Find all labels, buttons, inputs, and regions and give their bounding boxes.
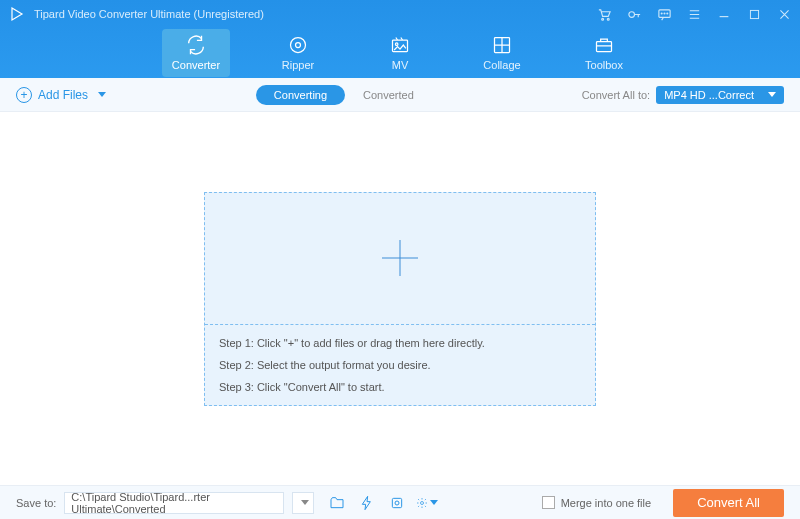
converter-icon <box>185 35 207 55</box>
svg-point-5 <box>664 13 665 14</box>
path-dropdown-button[interactable] <box>292 492 314 514</box>
tab-label: MV <box>392 59 409 71</box>
ripper-icon <box>288 35 308 55</box>
merge-label: Merge into one file <box>561 497 652 509</box>
mv-icon <box>390 35 410 55</box>
svg-point-16 <box>421 501 424 504</box>
menu-icon[interactable] <box>686 6 702 22</box>
dropzone-instructions: Step 1: Click "+" to add files or drag t… <box>205 325 595 405</box>
toolbar: + Add Files Converting Converted Convert… <box>0 78 800 112</box>
chevron-down-icon <box>430 500 438 505</box>
step-text: Step 3: Click "Convert All" to start. <box>219 381 581 393</box>
convert-all-to-label: Convert All to: <box>582 89 650 101</box>
tab-label: Collage <box>483 59 520 71</box>
save-path-input[interactable]: C:\Tipard Studio\Tipard...rter Ultimate\… <box>64 492 284 514</box>
tab-label: Converter <box>172 59 220 71</box>
hardware-accel-icon[interactable] <box>356 492 378 514</box>
svg-rect-14 <box>393 498 402 507</box>
svg-rect-7 <box>750 10 758 18</box>
svg-point-15 <box>395 501 399 505</box>
svg-rect-13 <box>597 42 612 52</box>
chevron-down-icon <box>768 92 776 97</box>
minimize-icon[interactable] <box>716 6 732 22</box>
step-text: Step 2: Select the output format you des… <box>219 359 581 371</box>
svg-point-2 <box>628 11 634 17</box>
tab-label: Ripper <box>282 59 314 71</box>
tab-collage[interactable]: Collage <box>468 29 536 77</box>
tab-toolbox[interactable]: Toolbox <box>570 29 638 77</box>
svg-point-1 <box>607 18 609 20</box>
svg-point-11 <box>395 43 398 46</box>
svg-point-0 <box>601 18 603 20</box>
pill-converted[interactable]: Converted <box>345 85 432 105</box>
plus-circle-icon: + <box>16 87 32 103</box>
collage-icon <box>492 35 512 55</box>
toolbox-icon <box>594 35 614 55</box>
status-tabs: Converting Converted <box>256 85 432 105</box>
dropzone-add-area[interactable] <box>205 193 595 325</box>
main-tabs: Converter Ripper MV Collage Toolbox <box>0 28 800 78</box>
tab-converter[interactable]: Converter <box>162 29 230 77</box>
main-area: Step 1: Click "+" to add files or drag t… <box>0 112 800 485</box>
settings-icon[interactable] <box>416 492 438 514</box>
key-icon[interactable] <box>626 6 642 22</box>
save-path-value: C:\Tipard Studio\Tipard...rter Ultimate\… <box>71 491 277 515</box>
gpu-icon[interactable] <box>386 492 408 514</box>
add-files-label: Add Files <box>38 88 88 102</box>
feedback-icon[interactable] <box>656 6 672 22</box>
svg-point-4 <box>661 13 662 14</box>
step-text: Step 1: Click "+" to add files or drag t… <box>219 337 581 349</box>
svg-point-6 <box>666 13 667 14</box>
tab-ripper[interactable]: Ripper <box>264 29 332 77</box>
svg-point-8 <box>291 38 306 53</box>
cart-icon[interactable] <box>596 6 612 22</box>
chevron-down-icon <box>301 500 309 505</box>
open-folder-icon[interactable] <box>326 492 348 514</box>
plus-icon <box>382 240 418 276</box>
tab-label: Toolbox <box>585 59 623 71</box>
maximize-icon[interactable] <box>746 6 762 22</box>
chevron-down-icon <box>98 92 106 97</box>
close-icon[interactable] <box>776 6 792 22</box>
pill-converting[interactable]: Converting <box>256 85 345 105</box>
footer: Save to: C:\Tipard Studio\Tipard...rter … <box>0 485 800 519</box>
checkbox-icon <box>542 496 555 509</box>
window-title: Tipard Video Converter Ultimate (Unregis… <box>34 8 596 20</box>
merge-checkbox[interactable]: Merge into one file <box>542 496 652 509</box>
titlebar: Tipard Video Converter Ultimate (Unregis… <box>0 0 800 28</box>
dropzone: Step 1: Click "+" to add files or drag t… <box>204 192 596 406</box>
app-logo-icon <box>8 5 26 23</box>
svg-point-9 <box>296 43 301 48</box>
format-value: MP4 HD ...Correct <box>664 89 754 101</box>
tab-mv[interactable]: MV <box>366 29 434 77</box>
add-files-button[interactable]: + Add Files <box>16 87 106 103</box>
convert-all-button[interactable]: Convert All <box>673 489 784 517</box>
format-select[interactable]: MP4 HD ...Correct <box>656 86 784 104</box>
save-to-label: Save to: <box>16 497 56 509</box>
